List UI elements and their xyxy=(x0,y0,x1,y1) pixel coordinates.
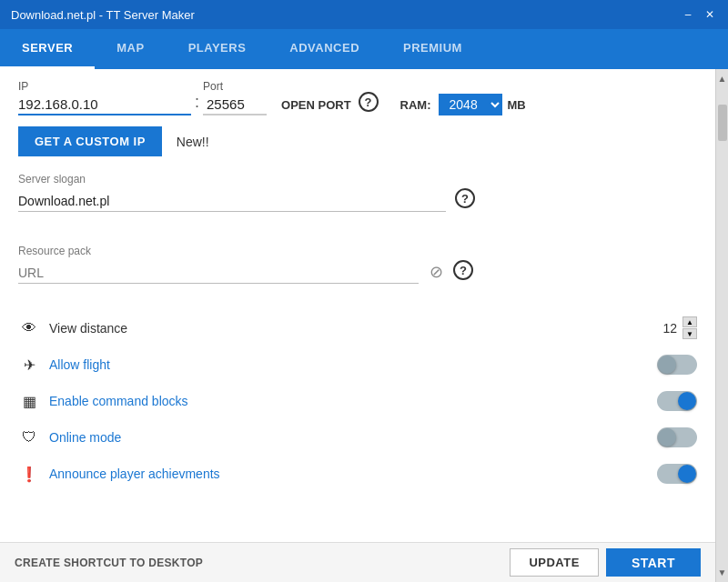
ip-input[interactable] xyxy=(18,95,191,115)
view-distance-label: View distance xyxy=(49,321,646,336)
resource-pack-label: Resource pack xyxy=(18,245,697,257)
view-distance-spinner: ▲ ▼ xyxy=(682,316,697,339)
ram-label: RAM: xyxy=(400,98,431,112)
command-blocks-row: ▦ Enable command blocks xyxy=(18,383,697,419)
allow-flight-row: ✈ Allow flight xyxy=(18,346,697,383)
command-blocks-label: Enable command blocks xyxy=(49,394,648,408)
announce-achievements-knob xyxy=(678,465,696,483)
nav-bar: SERVER MAP PLAYERS ADVANCED PREMIUM xyxy=(0,29,728,69)
tab-map[interactable]: MAP xyxy=(95,29,166,69)
announce-icon: ❗ xyxy=(18,463,40,485)
start-button[interactable]: START xyxy=(606,548,701,577)
scroll-thumb[interactable] xyxy=(718,105,727,141)
scrollbar[interactable]: ▲ ▼ xyxy=(715,69,728,582)
server-slogan-label: Server slogan xyxy=(18,173,697,186)
allow-flight-label: Allow flight xyxy=(49,357,648,372)
view-distance-up[interactable]: ▲ xyxy=(682,316,697,327)
allow-flight-toggle[interactable] xyxy=(657,355,697,375)
ip-port-row: IP : Port OPEN PORT ? RAM: 512 1024 2048… xyxy=(18,80,697,115)
port-label: Port xyxy=(203,80,267,93)
close-button[interactable]: ✕ xyxy=(703,7,717,22)
online-mode-row: 🛡 Online mode xyxy=(18,419,697,456)
bottom-buttons: UPDATE START xyxy=(510,548,701,577)
window-controls: – ✕ xyxy=(681,7,717,22)
online-mode-toggle[interactable] xyxy=(657,427,697,447)
allow-flight-icon: ✈ xyxy=(18,354,40,376)
view-distance-value: 12 xyxy=(655,321,677,336)
announce-achievements-row: ❗ Announce player achievments xyxy=(18,456,697,492)
port-input[interactable] xyxy=(203,95,267,115)
create-shortcut-button[interactable]: CREATE SHORTCUT TO DESKTOP xyxy=(15,557,203,569)
server-slogan-help-icon[interactable]: ? xyxy=(455,188,475,208)
custom-ip-row: GET A CUSTOM IP New!! xyxy=(18,126,697,156)
command-blocks-icon: ▦ xyxy=(18,390,40,412)
view-distance-icon: 👁 xyxy=(18,317,40,339)
server-slogan-input[interactable] xyxy=(18,191,446,212)
get-custom-ip-button[interactable]: GET A CUSTOM IP xyxy=(18,126,162,156)
scroll-down-arrow[interactable]: ▼ xyxy=(715,565,728,580)
announce-achievements-label: Announce player achievments xyxy=(49,467,648,481)
tab-premium[interactable]: PREMIUM xyxy=(381,29,484,69)
online-mode-icon: 🛡 xyxy=(18,426,40,448)
resource-pack-input[interactable] xyxy=(18,263,419,284)
title-bar: Download.net.pl - TT Server Maker – ✕ xyxy=(0,0,728,29)
ram-unit-label: MB xyxy=(508,98,526,112)
scroll-up-arrow[interactable]: ▲ xyxy=(715,71,728,86)
command-blocks-knob xyxy=(678,392,696,410)
ip-label: IP xyxy=(18,80,191,93)
main-area: IP : Port OPEN PORT ? RAM: 512 1024 2048… xyxy=(0,69,728,582)
online-mode-label: Online mode xyxy=(49,430,648,445)
open-port-label: OPEN PORT xyxy=(281,98,351,112)
online-mode-knob xyxy=(658,428,676,447)
command-blocks-toggle[interactable] xyxy=(657,391,697,411)
new-badge: New!! xyxy=(177,135,209,149)
open-port-help-icon[interactable]: ? xyxy=(359,92,379,112)
tab-players[interactable]: PLAYERS xyxy=(167,29,268,69)
announce-achievements-toggle[interactable] xyxy=(657,464,697,484)
block-icon: ⊘ xyxy=(426,262,446,282)
separator: : xyxy=(191,93,203,115)
update-button[interactable]: UPDATE xyxy=(510,548,598,577)
resource-pack-help-icon[interactable]: ? xyxy=(453,260,473,280)
tab-server[interactable]: SERVER xyxy=(0,29,95,69)
view-distance-row: 👁 View distance 12 ▲ ▼ xyxy=(18,309,697,346)
minimize-button[interactable]: – xyxy=(681,7,695,22)
allow-flight-knob xyxy=(658,356,676,374)
view-distance-down[interactable]: ▼ xyxy=(682,328,697,339)
ip-field-group: IP xyxy=(18,80,191,115)
view-distance-control: 12 ▲ ▼ xyxy=(655,316,697,339)
port-field-group: Port xyxy=(203,80,267,115)
server-slogan-input-row: ? xyxy=(18,188,697,212)
ram-select[interactable]: 512 1024 2048 4096 xyxy=(439,94,502,115)
resource-pack-row: ⊘ ? xyxy=(18,260,697,284)
resource-pack-group: Resource pack ⊘ ? xyxy=(18,245,697,296)
content-area: IP : Port OPEN PORT ? RAM: 512 1024 2048… xyxy=(0,69,715,582)
bottom-bar: CREATE SHORTCUT TO DESKTOP UPDATE START xyxy=(0,542,715,582)
app-title: Download.net.pl - TT Server Maker xyxy=(11,8,195,22)
tab-advanced[interactable]: ADVANCED xyxy=(268,29,381,69)
server-slogan-group: Server slogan ? xyxy=(18,173,697,228)
